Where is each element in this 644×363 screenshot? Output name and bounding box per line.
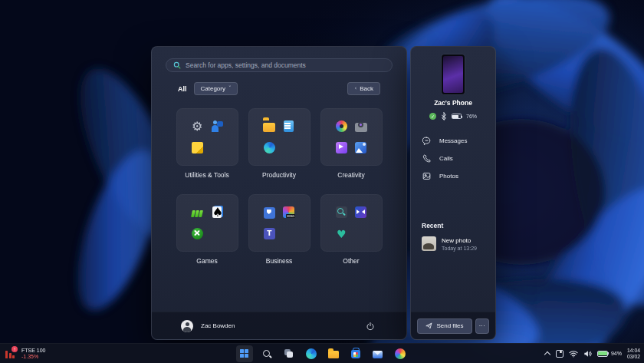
category-cell-utilities-tools: ⚙ Utilities & Tools <box>176 108 238 179</box>
clipchamp-icon <box>335 141 348 154</box>
menu-item-label: Calls <box>439 155 453 162</box>
recent-item[interactable]: New photo Today at 13:29 <box>422 236 485 251</box>
windows-logo-icon <box>240 349 248 358</box>
phone-battery-icon <box>452 114 462 119</box>
user-name[interactable]: Zac Bowden <box>201 322 235 329</box>
camera-icon <box>354 120 367 133</box>
user-avatar[interactable] <box>181 320 193 332</box>
mixed-reality-icon <box>354 206 367 219</box>
recent-heading: Recent <box>422 222 485 229</box>
widget-alert-badge: ! <box>12 346 18 352</box>
recent-photo-thumbnail <box>422 236 436 251</box>
phone-footer: Send files ··· <box>411 312 495 339</box>
menu-item-photos[interactable]: Photos <box>422 167 484 185</box>
ellipsis-icon: ··· <box>479 323 486 328</box>
widget-index-change: -1.35% <box>21 354 46 360</box>
store-icon <box>351 350 360 358</box>
phone-link-panel: Zac's Phone ✓ 76% Messages Calls <box>410 46 496 340</box>
clock[interactable]: 14:04 03/02 <box>627 348 640 360</box>
widgets-button[interactable]: ! FTSE 100 -1.35% <box>5 348 46 360</box>
edge-button[interactable] <box>303 345 320 362</box>
chevron-down-icon: ˅ <box>228 86 232 91</box>
solitaire-collection-icon <box>191 206 204 219</box>
connected-check-icon: ✓ <box>429 113 436 120</box>
search-icon <box>263 350 270 357</box>
menu-item-label: Messages <box>439 137 467 144</box>
tile-label: Productivity <box>248 171 310 179</box>
file-explorer-icon <box>263 120 276 133</box>
photos-menu-icon <box>422 172 431 180</box>
taskbar: ! FTSE 100 -1.35% <box>0 343 644 363</box>
file-explorer-button[interactable] <box>325 345 342 362</box>
outlook-icon <box>373 351 383 358</box>
category-cell-productivity: Productivity <box>248 108 310 179</box>
wifi-icon[interactable] <box>569 350 578 358</box>
start-button[interactable] <box>236 345 253 362</box>
phone-battery-percent: 76% <box>466 114 477 119</box>
taskbar-search-button[interactable] <box>258 345 275 362</box>
power-icon <box>366 322 375 331</box>
widgets-icon <box>211 141 222 153</box>
search-icon <box>173 61 181 69</box>
notepad-icon <box>282 120 295 133</box>
battery-percent: 94% <box>611 351 622 356</box>
category-dropdown[interactable]: Category ˅ <box>194 82 238 95</box>
category-tile-games[interactable]: ♠ <box>176 194 238 252</box>
tray-date: 03/02 <box>627 354 640 360</box>
phone-menu: Messages Calls Photos <box>411 132 495 185</box>
microsoft-365-icon: M365 <box>283 206 294 218</box>
tray-overflow-button[interactable] <box>545 351 550 356</box>
family-safety-icon: ♥ <box>335 227 348 240</box>
power-button[interactable] <box>363 319 377 333</box>
task-view-button[interactable] <box>281 345 297 362</box>
outlook-button[interactable] <box>370 345 386 362</box>
stock-chart-icon: ! <box>5 348 17 358</box>
category-tile-utilities-tools[interactable]: ⚙ <box>176 108 238 166</box>
system-tray: 94% 14:04 03/02 <box>545 348 640 360</box>
microsoft-365-button[interactable] <box>392 345 409 362</box>
store-button[interactable] <box>347 345 364 362</box>
category-tile-business[interactable]: M365 T <box>248 194 310 252</box>
tile-label: Business <box>248 257 310 265</box>
category-tile-other[interactable]: ♥ <box>320 194 383 252</box>
category-cell-games: ♠ Games <box>176 194 238 265</box>
volume-icon[interactable] <box>583 350 592 358</box>
start-menu: All Category ˅ ‹ Back ⚙ Utilities & Tool… <box>151 46 407 340</box>
phone-status-row: ✓ 76% <box>429 112 477 120</box>
phone-name: Zac's Phone <box>434 99 472 107</box>
send-files-label: Send files <box>436 322 463 329</box>
search-input[interactable] <box>186 61 385 69</box>
get-help-icon <box>210 120 223 133</box>
more-options-button[interactable]: ··· <box>475 318 489 334</box>
bluetooth-icon <box>441 112 447 120</box>
category-tile-productivity[interactable] <box>248 108 310 166</box>
desktop: All Category ˅ ‹ Back ⚙ Utilities & Tool… <box>0 0 644 363</box>
menu-item-label: Photos <box>439 173 458 180</box>
phone-preview[interactable] <box>442 54 465 94</box>
search-bar[interactable] <box>166 58 393 72</box>
menu-item-calls[interactable]: Calls <box>422 150 484 167</box>
filter-row: All Category ˅ ‹ Back <box>166 82 393 95</box>
tile-label: Other <box>320 257 383 265</box>
search-section <box>152 47 406 72</box>
paint-icon <box>335 120 348 133</box>
installed-apps-icon <box>356 227 366 238</box>
tile-label: Games <box>176 257 238 265</box>
send-files-button[interactable]: Send files <box>417 318 472 334</box>
menu-item-messages[interactable]: Messages <box>422 132 484 150</box>
battery-icon[interactable] <box>597 351 608 357</box>
back-button[interactable]: ‹ Back <box>347 82 380 95</box>
tray-app-icon[interactable] <box>556 350 564 358</box>
filter-all[interactable]: All <box>166 85 187 93</box>
tile-label: Creativity <box>320 171 383 179</box>
edge-icon <box>263 141 276 154</box>
power-automate-icon <box>263 206 276 219</box>
tray-time: 14:04 <box>627 348 640 354</box>
category-cell-business: M365 T Business <box>248 194 310 265</box>
start-footer: Zac Bowden <box>152 312 406 339</box>
task-view-icon <box>284 349 293 358</box>
solitaire-icon: ♠ <box>210 206 223 219</box>
category-grid: ⚙ Utilities & Tools Productivity <box>152 108 406 265</box>
category-tile-creativity[interactable] <box>320 108 383 166</box>
widget-index-name: FTSE 100 <box>21 348 46 354</box>
